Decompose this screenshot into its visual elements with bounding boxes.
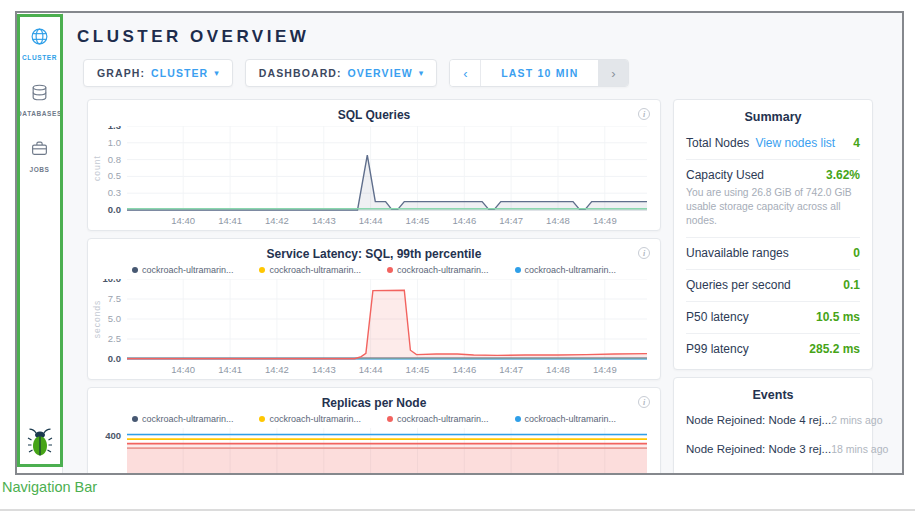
sidebar-item-cluster[interactable]: CLUSTER: [22, 27, 57, 61]
event-text: Node Rejoined: Node 2 rej...: [686, 472, 831, 473]
service-latency-plot: 0.02.55.07.510.014:4014:4114:4214:4314:4…: [91, 279, 657, 379]
sidebar-item-label: DATABASES: [17, 110, 62, 117]
summary-title: Summary: [686, 100, 860, 128]
svg-text:14:49: 14:49: [593, 364, 617, 375]
svg-text:0.8: 0.8: [108, 154, 121, 165]
svg-text:7.5: 7.5: [108, 293, 121, 304]
svg-text:400: 400: [105, 430, 121, 441]
time-range-next-button[interactable]: ›: [598, 60, 628, 86]
svg-text:14:47: 14:47: [499, 364, 523, 375]
sidebar-item-label: JOBS: [29, 166, 49, 173]
view-nodes-list-link[interactable]: View nodes list: [755, 136, 835, 150]
cockroachdb-logo[interactable]: [27, 427, 53, 461]
info-icon[interactable]: i: [638, 396, 650, 408]
chevron-down-icon: ▾: [419, 68, 424, 78]
event-row[interactable]: Node Rejoined: Node 4 rej...2 mins ago: [686, 406, 860, 435]
info-icon[interactable]: i: [638, 108, 650, 120]
summary-row-value: 0.1: [843, 278, 860, 292]
event-rows: Node Rejoined: Node 4 rej...2 mins agoNo…: [686, 406, 860, 473]
legend-dot-icon: [259, 416, 265, 422]
dashboard-dropdown-value: OVERVIEW: [348, 67, 413, 79]
replicas-per-node-plot: 40014:4014:4114:4214:4314:4414:4514:4614…: [91, 428, 657, 473]
legend-item: cockroach-ultramarin...: [132, 265, 234, 275]
time-range-value[interactable]: LAST 10 MIN: [480, 60, 598, 86]
summary-row: Queries per second0.1: [686, 270, 860, 302]
summary-row-label: Unavailable ranges: [686, 246, 789, 260]
main-content: CLUSTER OVERVIEW GRAPH: CLUSTER ▾ DASHBO…: [63, 13, 902, 473]
svg-text:0.0: 0.0: [108, 204, 121, 215]
summary-row-label: P50 latency: [686, 310, 749, 324]
app-window: CLUSTERDATABASESJOBS CLUSTER OVERVIEW GR…: [15, 11, 904, 475]
svg-text:0.3: 0.3: [108, 187, 121, 198]
event-row[interactable]: Node Rejoined: Node 3 rej...18 mins ago: [686, 435, 860, 464]
sidebar-item-databases[interactable]: DATABASES: [17, 83, 62, 117]
sidebar-item-jobs[interactable]: JOBS: [29, 139, 49, 173]
event-row[interactable]: Node Rejoined: Node 2 rej...31 mins ago: [686, 464, 860, 473]
dashboard-content: SQL Queries i 0.00.30.50.81.01.314:4014:…: [87, 99, 902, 473]
legend-dot-icon: [515, 416, 521, 422]
svg-text:5.0: 5.0: [108, 313, 121, 324]
graph-dropdown-value: CLUSTER: [151, 67, 208, 79]
summary-row: Capacity Used3.62%You are using 26.8 GiB…: [686, 160, 860, 238]
summary-row-caption: You are using 26.8 GiB of 742.0 GiB usab…: [686, 186, 860, 228]
event-time: 2 mins ago: [831, 414, 882, 426]
chart-title: Service Latency: SQL, 99th percentile: [91, 247, 657, 261]
navigation-sidebar: CLUSTERDATABASESJOBS: [17, 13, 63, 473]
legend-item: cockroach-ultramarin...: [259, 265, 361, 275]
svg-text:14:43: 14:43: [312, 364, 336, 375]
svg-text:1.3: 1.3: [108, 126, 121, 131]
legend-dot-icon: [132, 416, 138, 422]
svg-text:14:49: 14:49: [593, 215, 617, 226]
summary-row-value: 4: [853, 136, 860, 150]
event-text: Node Rejoined: Node 3 rej...: [686, 443, 831, 455]
chart-title: Replicas per Node: [91, 396, 657, 410]
svg-text:14:41: 14:41: [218, 215, 242, 226]
legend-dot-icon: [259, 267, 265, 273]
svg-text:14:47: 14:47: [499, 215, 523, 226]
svg-text:0.5: 0.5: [108, 170, 121, 181]
svg-text:14:45: 14:45: [406, 215, 430, 226]
legend-dot-icon: [387, 416, 393, 422]
jobs-icon: [30, 139, 49, 162]
svg-text:14:41: 14:41: [218, 364, 242, 375]
event-time: 18 mins ago: [831, 443, 888, 455]
svg-text:14:43: 14:43: [312, 215, 336, 226]
page-title: CLUSTER OVERVIEW: [77, 27, 902, 47]
graph-dropdown[interactable]: GRAPH: CLUSTER ▾: [83, 59, 233, 87]
summary-row-label: Capacity Used: [686, 168, 764, 182]
time-range-selector: ‹ LAST 10 MIN ›: [449, 59, 629, 87]
svg-text:14:46: 14:46: [452, 364, 476, 375]
svg-text:count: count: [92, 155, 102, 181]
svg-text:14:40: 14:40: [171, 215, 195, 226]
dashboard-dropdown[interactable]: DASHBOARD: OVERVIEW ▾: [245, 59, 437, 87]
summary-row-value: 285.2 ms: [809, 342, 860, 356]
cluster-globe-icon: [30, 27, 49, 50]
summary-panel: Summary Total NodesView nodes list4Capac…: [673, 99, 873, 370]
charts-column: SQL Queries i 0.00.30.50.81.01.314:4014:…: [87, 99, 661, 473]
svg-text:14:44: 14:44: [359, 364, 383, 375]
svg-text:14:44: 14:44: [359, 215, 383, 226]
summary-row-value: 0: [853, 246, 860, 260]
svg-text:14:42: 14:42: [265, 215, 289, 226]
databases-icon: [30, 83, 49, 106]
time-range-prev-button[interactable]: ‹: [450, 60, 480, 86]
svg-text:1.0: 1.0: [108, 137, 121, 148]
svg-text:2.5: 2.5: [108, 333, 121, 344]
summary-row-value: 10.5 ms: [816, 310, 860, 324]
summary-row-label: P99 latency: [686, 342, 749, 356]
legend-dot-icon: [387, 267, 393, 273]
event-text: Node Rejoined: Node 4 rej...: [686, 414, 831, 426]
graph-dropdown-label: GRAPH:: [97, 67, 145, 79]
svg-text:14:40: 14:40: [171, 364, 195, 375]
svg-text:14:42: 14:42: [265, 364, 289, 375]
annotation-navigation-bar-label: Navigation Bar: [2, 479, 97, 495]
replicas-per-node-chart-card: Replicas per Node i cockroach-ultramarin…: [87, 387, 661, 473]
svg-text:seconds: seconds: [92, 300, 102, 339]
summary-rows: Total NodesView nodes list4Capacity Used…: [686, 128, 860, 365]
info-icon[interactable]: i: [638, 247, 650, 259]
sql-queries-plot: 0.00.30.50.81.01.314:4014:4114:4214:4314…: [91, 126, 657, 230]
events-panel: Events Node Rejoined: Node 4 rej...2 min…: [673, 377, 873, 473]
svg-text:14:45: 14:45: [406, 364, 430, 375]
right-column: Summary Total NodesView nodes list4Capac…: [673, 99, 873, 473]
summary-row: Total NodesView nodes list4: [686, 128, 860, 160]
